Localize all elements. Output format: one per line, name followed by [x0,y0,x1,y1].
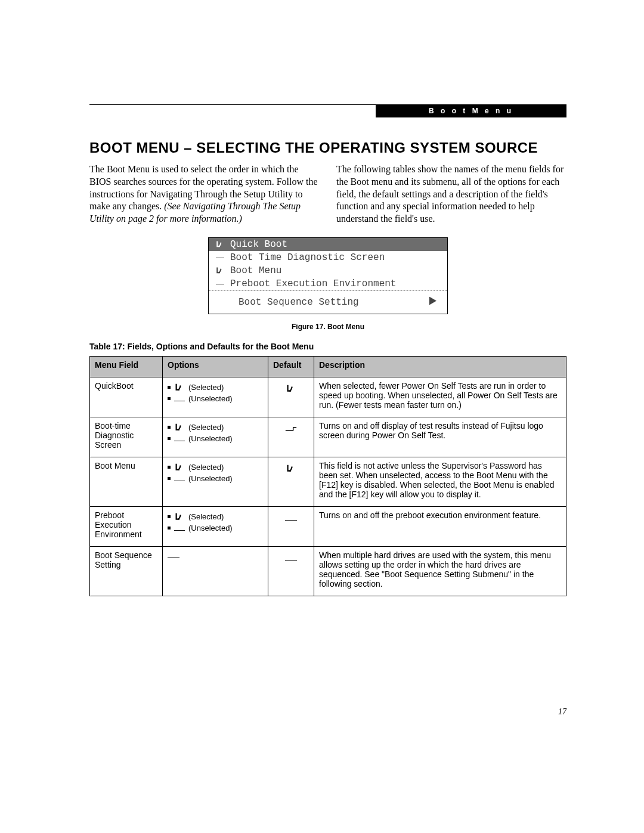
option-label: (Selected) [188,463,224,472]
option-label: (Unselected) [188,394,233,403]
check-icon [174,382,185,393]
option-label: (Unselected) [188,434,233,443]
option-label: (Selected) [188,512,224,521]
cell-description: When multiple hard drives are used with … [314,546,566,596]
bios-item-label: Preboot Execution Environment [227,278,441,289]
blank-icon [174,394,185,404]
table-row: Boot-time Diagnostic Screen(Selected)(Un… [90,417,566,457]
bios-item: Quick Boot [209,238,447,251]
intro-right: The following tables show the names of t… [336,163,566,225]
dash-icon [285,560,297,561]
check-icon [174,462,185,473]
blank-icon [174,524,185,533]
option-label: (Selected) [188,383,224,392]
blank-icon [174,474,185,484]
check-icon [174,422,185,433]
check-icon [213,265,227,276]
option-selected: (Selected) [168,512,263,522]
option-selected: (Selected) [168,422,263,433]
bullet-icon [168,477,171,480]
top-divider: B o o t M e n u [89,104,566,116]
bios-item-label: Quick Boot [227,239,441,250]
blank-icon [174,434,185,444]
cell-options: (Selected)(Unselected) [163,506,268,546]
cell-field: Boot Menu [90,457,163,506]
page-title: BOOT MENU – SELECTING THE OPERATING SYST… [89,140,566,156]
option-label: (Selected) [188,423,224,432]
cell-description: Turns on and off the preboot execution e… [314,506,566,546]
section-tab: B o o t M e n u [376,104,566,117]
cell-field: Preboot Execution Environment [90,506,163,546]
option-unselected: (Unselected) [168,394,263,404]
table-row: QuickBoot(Selected)(Unselected)When sele… [90,377,566,417]
table-row: Preboot Execution Environment(Selected)(… [90,506,566,546]
cell-field: Boot-time Diagnostic Screen [90,417,163,457]
th-description: Description [314,356,566,377]
bios-sub-label: Boot Sequence Setting [239,297,359,308]
check-icon [286,383,296,393]
bios-item: Preboot Execution Environment [209,277,447,290]
cell-default [268,457,314,506]
bios-item: Boot Menu [209,264,447,277]
dash-icon [168,558,179,558]
bullet-icon [168,515,171,518]
option-selected: (Selected) [168,382,263,393]
figure-caption: Figure 17. Boot Menu [89,323,566,331]
option-label: (Unselected) [188,524,233,532]
page-number: 17 [558,707,566,717]
triangle-right-icon [429,296,436,308]
blank-icon [216,256,224,258]
cell-default [268,506,314,546]
check-icon [213,239,227,250]
option-unselected: (Unselected) [168,524,263,533]
table-row: Boot Menu(Selected)(Unselected)This fiel… [90,457,566,506]
cell-description: When selected, fewer Power On Self Tests… [314,377,566,417]
option-unselected: (Unselected) [168,434,263,444]
bullet-icon [168,527,171,529]
bullet-icon [168,466,171,469]
cell-description: Turns on and off display of test results… [314,417,566,457]
option-unselected: (Unselected) [168,474,263,484]
cell-default [268,377,314,417]
blank-icon [216,283,224,284]
intro-columns: The Boot Menu is used to select the orde… [89,163,566,225]
bios-item: Boot Time Diagnostic Screen [209,251,447,264]
th-default: Default [268,356,314,377]
option-label: (Unselected) [188,474,233,483]
th-field: Menu Field [90,356,163,377]
dash-icon [285,520,297,521]
cell-options: (Selected)(Unselected) [163,457,268,506]
option-selected: (Selected) [168,462,263,473]
unselected-icon [284,423,298,433]
cell-default [268,546,314,596]
cell-description: This field is not active unless the Supe… [314,457,566,506]
table-caption: Table 17: Fields, Options and Defaults f… [89,342,566,351]
cell-options: (Selected)(Unselected) [163,377,268,417]
spec-table: Menu Field Options Default Description Q… [89,356,566,596]
cell-options [163,546,268,596]
bios-item-label: Boot Menu [227,265,441,276]
bullet-icon [168,426,171,429]
check-icon [286,463,296,473]
check-icon [174,512,185,522]
cell-default [268,417,314,457]
bullet-icon [168,386,171,389]
th-options: Options [163,356,268,377]
bullet-icon [168,437,171,440]
bios-item-label: Boot Time Diagnostic Screen [227,252,441,263]
bios-figure: Quick BootBoot Time Diagnostic ScreenBoo… [208,237,448,314]
table-row: Boot Sequence SettingWhen multiple hard … [90,546,566,596]
cell-options: (Selected)(Unselected) [163,417,268,457]
cell-field: QuickBoot [90,377,163,417]
cell-field: Boot Sequence Setting [90,546,163,596]
bullet-icon [168,397,171,400]
